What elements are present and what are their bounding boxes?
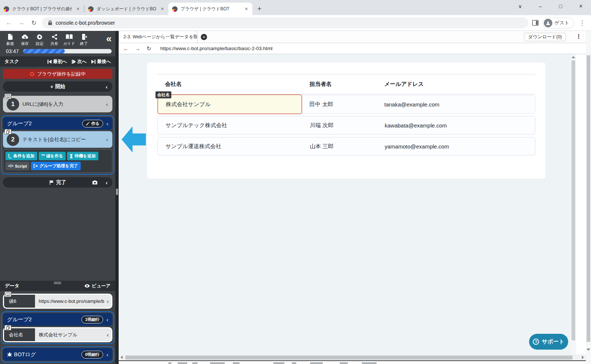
step-1-card[interactable]: 1 URLに[値6]を入力 ‹ [3, 96, 112, 112]
company-field-card[interactable]: 会社名 株式会社サンプル ‹ [3, 327, 112, 342]
eye-icon [84, 284, 90, 288]
menu-new-button[interactable]: 新規 [3, 34, 17, 46]
go-last-button[interactable]: 最後へ [91, 59, 111, 65]
remote-horizontal-scrollbar[interactable] [119, 354, 586, 360]
browser-tab-cloudbot[interactable]: クラウドBOT | ブラウザの操作を自動 × [0, 3, 84, 15]
collapse-chevron-icon[interactable]: ‹ [106, 84, 108, 90]
table-cell[interactable]: 山本 三郎 [310, 143, 385, 150]
field-value[interactable]: 株式会社サンプル ‹ [35, 328, 111, 341]
address-bar[interactable]: console.c-bot.pro/browser [42, 17, 528, 28]
scroll-up-icon[interactable] [571, 56, 575, 58]
collapse-chevron-icon[interactable]: ‹ [106, 101, 108, 107]
scroll-left-icon[interactable] [120, 356, 123, 359]
highlighted-cell[interactable]: 会社名 株式会社サンプル [157, 94, 302, 114]
menu-label: 新規 [6, 41, 14, 46]
tab-search-icon[interactable]: ∨ [515, 3, 525, 9]
start-bar[interactable]: « 開始 ‹ [3, 81, 112, 92]
remote-menu-dots-icon[interactable]: ⋮ [576, 33, 581, 40]
add-condition-button[interactable]: 条件を追加 [6, 152, 37, 160]
menu-dots-icon[interactable]: ⋮ [578, 19, 587, 27]
script-button[interactable]: </> Script [6, 162, 29, 170]
menu-settings-button[interactable]: 設定 [32, 34, 47, 46]
table-cell[interactable]: サンプルテック株式会社 [158, 122, 310, 129]
forward-icon[interactable]: → [17, 19, 26, 27]
value6-field-card[interactable]: 値6 https://www.c-bot.pro/sample/b ‹ [3, 294, 112, 309]
table-cell[interactable]: tanaka@example.com [384, 101, 535, 108]
group-2-header[interactable]: グループ2 作る ‹ [3, 117, 112, 130]
add-wait-button[interactable]: 待機を追加 [67, 152, 98, 160]
collapse-chevron-icon[interactable]: ‹ [106, 317, 108, 322]
collapse-chevron-icon[interactable]: ‹ [106, 298, 109, 304]
console-vertical-scrollbar[interactable] [586, 31, 591, 364]
table-cell[interactable]: yamamoto@example.com [385, 143, 535, 150]
finish-group-button[interactable]: グループ処理を完了 [31, 162, 81, 170]
field-value[interactable]: https://www.c-bot.pro/sample/b ‹ [35, 295, 111, 308]
new-tab-button[interactable]: + [255, 4, 264, 14]
tab-close-icon[interactable]: × [243, 6, 249, 12]
close-icon[interactable]: × [576, 3, 586, 10]
data-group-2-header[interactable]: グループ2 1明細行 ‹ [3, 313, 112, 326]
collapse-chevron-icon[interactable]: ‹ [106, 137, 108, 142]
scroll-down-icon[interactable] [587, 349, 590, 351]
back-icon[interactable]: ← [4, 19, 13, 27]
viewer-button[interactable]: ビューア [84, 283, 111, 289]
botlog-header[interactable]: BOTログ 0明細行 ‹ [3, 348, 112, 361]
step-2-card[interactable]: 2 テキストを[会社名]にコピー ‹ [3, 131, 112, 148]
table-cell[interactable]: 川端 次郎 [310, 122, 385, 129]
sidebar-collapse-icon[interactable]: « [106, 34, 112, 44]
remote-forward-icon[interactable]: → [134, 45, 140, 52]
scrollbar-thumb[interactable] [571, 60, 575, 340]
remote-vertical-scrollbar[interactable] [570, 54, 576, 354]
drag-handle-icon[interactable] [54, 282, 61, 284]
table-row[interactable]: サンプル運送株式会社 山本 三郎 yamamoto@example.com [157, 137, 535, 155]
remote-reload-icon[interactable]: ↻ [146, 45, 152, 52]
step-number: 2 [7, 133, 19, 146]
remote-tab[interactable]: 2-3. Webページから一覧データを取 [119, 31, 197, 43]
table-row[interactable]: 会社名 株式会社サンプル 田中 太郎 tanaka@example.com [157, 95, 535, 113]
recording-status-button[interactable]: ブラウザ操作を記録中 [3, 69, 112, 79]
remote-url-text[interactable]: https://www.c-bot.pro/sample/basic/basic… [160, 46, 273, 51]
menu-save-button[interactable]: 保存 [18, 34, 32, 46]
reload-icon[interactable]: ↻ [29, 19, 38, 27]
camera-icon[interactable] [92, 180, 98, 185]
step-label: テキストを[会社名]にコピー [22, 136, 86, 143]
collapse-chevron-icon[interactable]: ‹ [106, 121, 108, 126]
table-cell[interactable]: 田中 太郎 [310, 101, 384, 108]
make-button[interactable]: 作る [82, 120, 103, 127]
table-cell[interactable]: サンプル運送株式会社 [158, 143, 310, 150]
side-panel-icon[interactable] [532, 20, 539, 26]
collapse-chevron-icon[interactable]: ‹ [106, 352, 108, 357]
data-group-2-container: グループ2 1明細行 ‹ 会社名 株式会社サンプル ‹ [1, 311, 114, 344]
gear-icon [36, 34, 43, 40]
avatar [544, 19, 552, 27]
table-row[interactable]: サンプルテック株式会社 川端 次郎 kawabata@example.com [157, 116, 535, 134]
support-button[interactable]: ? サポート [529, 334, 568, 350]
scrollbar-thumb[interactable] [125, 356, 573, 360]
go-first-button[interactable]: 最初へ [48, 59, 67, 65]
browser-tab-dashboard[interactable]: ダッシュボード | クラウドBOT × [84, 3, 168, 15]
minimize-icon[interactable]: – [535, 3, 546, 9]
table-cell[interactable]: kawabata@example.com [385, 122, 535, 129]
maximize-icon[interactable]: □ [556, 3, 566, 9]
browser-tab-browser-active[interactable]: ブラウザ | クラウドBOT × [168, 3, 252, 15]
go-next-button[interactable]: 次へ [72, 59, 87, 65]
remote-back-icon[interactable]: ← [123, 45, 129, 52]
capture-tooltip: 会社名 [155, 91, 171, 98]
scroll-right-icon[interactable] [582, 356, 584, 359]
make-value-button[interactable]: ”” 値を作る [39, 152, 66, 160]
menu-guide-button[interactable]: ガイド [62, 34, 76, 46]
scrollbar-thumb[interactable] [587, 55, 590, 342]
menu-share-button[interactable]: 共有 [47, 34, 62, 46]
tab-close-icon[interactable]: × [159, 6, 165, 12]
tab-close-icon[interactable]: × [75, 6, 81, 12]
panel-divider[interactable] [115, 31, 119, 364]
row-count-badge: 1明細行 [81, 316, 103, 323]
resize-handle-icon[interactable] [116, 189, 118, 195]
done-bar[interactable]: 完了 ‹ [3, 177, 112, 188]
download-button[interactable]: ダウンロード(0) [524, 33, 566, 41]
menu-exit-button[interactable]: 終了 [77, 34, 91, 46]
remote-new-tab-button[interactable]: + [201, 34, 207, 40]
collapse-chevron-icon[interactable]: ‹ [106, 332, 109, 337]
collapse-chevron-icon[interactable]: ‹ [106, 180, 108, 185]
profile-button[interactable]: ゲスト [542, 18, 574, 28]
